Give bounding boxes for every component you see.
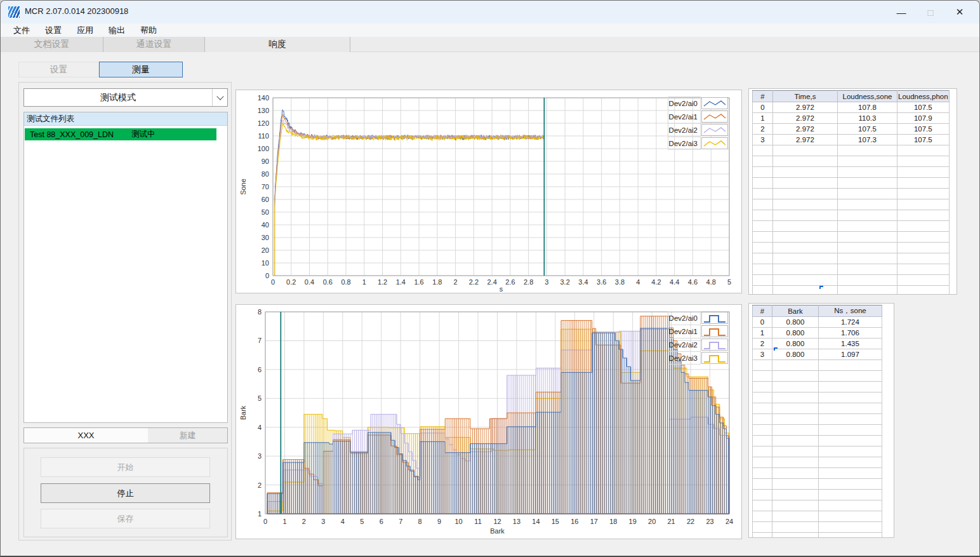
svg-text:0.6: 0.6	[323, 278, 333, 286]
table-cell	[838, 189, 897, 199]
table-row	[753, 210, 950, 221]
subtab-measure-button[interactable]: 测量	[99, 62, 183, 77]
svg-text:4.2: 4.2	[651, 278, 661, 286]
svg-text:0.2: 0.2	[286, 278, 296, 286]
table-row[interactable]: 20.8001.435	[753, 339, 882, 349]
table-cell	[819, 425, 882, 436]
table-cell	[838, 199, 897, 210]
table-row[interactable]: 22.972107.5107.5	[753, 124, 950, 135]
menu-item[interactable]: 文件	[6, 23, 37, 37]
svg-text:18: 18	[609, 518, 617, 525]
table-cell	[819, 522, 882, 533]
table-cell: 107.8	[838, 102, 897, 113]
table-cell	[773, 264, 838, 275]
svg-text:6: 6	[380, 518, 383, 525]
menu-item[interactable]: 帮助	[133, 23, 164, 37]
svg-text:s: s	[500, 285, 503, 293]
table-cell	[819, 511, 882, 522]
table-row[interactable]: 00.8001.724	[753, 317, 882, 328]
table-cell: 107.5	[897, 135, 950, 145]
combo-arrow-button[interactable]	[212, 89, 227, 106]
specific-loudness-table-panel: #BarkNs，sone00.8001.72410.8001.70620.800…	[748, 303, 894, 538]
tab-strip: 文档设置通道设置响度	[1, 37, 979, 52]
svg-text:1.6: 1.6	[414, 278, 423, 286]
table-cell	[819, 533, 882, 539]
table-row[interactable]: 10.8001.706	[753, 328, 882, 339]
start-button[interactable]: 开始	[41, 457, 210, 477]
table-cell: 2	[753, 124, 773, 135]
tab-document-settings[interactable]: 文档设置	[1, 37, 103, 52]
maximize-button[interactable]: □	[916, 1, 945, 23]
menu-item[interactable]: 输出	[101, 23, 133, 37]
svg-text:120: 120	[258, 119, 269, 127]
table-cell	[753, 275, 773, 286]
table-cell	[753, 479, 772, 490]
svg-text:14: 14	[532, 518, 540, 525]
table-cell	[838, 178, 897, 189]
table-row	[753, 403, 882, 414]
table-cell: 107.5	[897, 102, 950, 113]
table-cell	[897, 232, 950, 243]
window-title: MCR 2.07.0.014 202300918	[25, 6, 128, 16]
subtab-settings-button[interactable]: 设置	[18, 62, 99, 77]
table-cell	[897, 156, 950, 167]
list-item-status: 测试中	[131, 129, 156, 140]
table-row[interactable]: 32.972107.3107.5	[753, 135, 950, 145]
loudness-time-chart-canvas[interactable]: 00.20.40.60.811.21.41.61.822.22.42.62.83…	[236, 90, 741, 293]
table-row[interactable]: 12.972110.3107.9	[753, 113, 950, 124]
table-cell	[897, 253, 950, 264]
menu-item[interactable]: 应用	[69, 23, 101, 37]
svg-text:2.2: 2.2	[469, 278, 479, 286]
table-cell	[753, 253, 773, 264]
stop-button[interactable]: 停止	[41, 483, 210, 503]
table-cell: 0	[753, 317, 772, 328]
tab-loudness[interactable]: 响度	[205, 37, 350, 52]
legend-item: Dev2/ai1	[668, 110, 729, 123]
svg-text:1.4: 1.4	[396, 278, 406, 286]
legend-label: Dev2/ai2	[668, 338, 701, 351]
minimize-button[interactable]: —	[887, 1, 916, 23]
table-cell	[819, 436, 882, 446]
table-row	[753, 533, 882, 539]
table-cell	[897, 189, 950, 199]
column-header: Ns，sone	[819, 305, 882, 317]
tab-channel-settings[interactable]: 通道设置	[103, 37, 205, 52]
table-cell	[838, 210, 897, 221]
table-row[interactable]: 30.8001.097	[753, 349, 882, 360]
test-mode-select[interactable]: 测试模式	[23, 88, 228, 107]
table-cell	[819, 500, 882, 511]
table-cell	[753, 522, 772, 533]
menu-item[interactable]: 设置	[37, 23, 69, 37]
svg-text:5: 5	[360, 518, 364, 525]
table-cell: 107.3	[838, 135, 897, 145]
legend-label: Dev2/ai2	[668, 123, 701, 137]
close-button[interactable]: ✕	[945, 1, 974, 23]
table-cell	[772, 436, 819, 446]
table-row[interactable]: 02.972107.8107.5	[753, 102, 950, 113]
specific-loudness-chart-canvas[interactable]: 0123456789101112131415161718192021222324…	[236, 305, 741, 539]
table-row	[753, 457, 882, 468]
save-button[interactable]: 保存	[41, 509, 210, 528]
list-item[interactable]: Test 88_XXX_009_LDN 测试中	[25, 128, 216, 140]
table-row	[753, 446, 882, 457]
table-cell: 3	[753, 135, 773, 145]
legend-item: Dev2/ai3	[668, 351, 729, 365]
table-cell: 0	[753, 102, 773, 113]
loudness-time-legend: Dev2/ai0Dev2/ai1Dev2/ai2Dev2/ai3	[668, 97, 729, 150]
svg-text:100: 100	[258, 145, 269, 152]
svg-text:0: 0	[265, 272, 269, 279]
svg-text:2: 2	[258, 481, 262, 489]
svg-text:15: 15	[552, 518, 559, 525]
table-row	[753, 511, 882, 522]
svg-text:10: 10	[262, 259, 269, 267]
table-cell: 2	[753, 339, 772, 349]
table-cell	[753, 221, 773, 232]
table-cell: 2.972	[773, 102, 838, 113]
table-row	[753, 479, 882, 490]
table-cell	[773, 210, 838, 221]
loudness-table: #Time,sLoudness,soneLoudness,phon02.9721…	[752, 90, 950, 295]
table-cell	[897, 275, 950, 286]
new-button[interactable]: 新建	[148, 427, 228, 443]
xxx-button[interactable]: XXX	[23, 427, 149, 443]
svg-text:2.4: 2.4	[487, 278, 496, 286]
